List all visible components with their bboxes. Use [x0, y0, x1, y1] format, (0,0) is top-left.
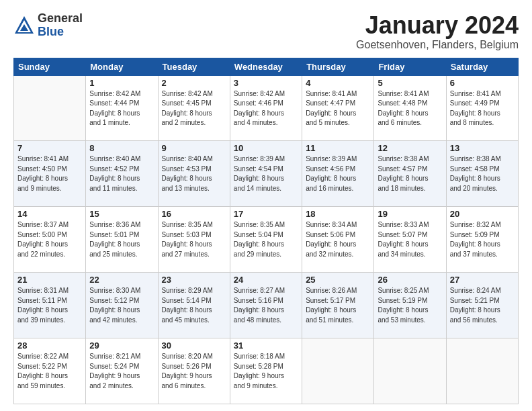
- day-number: 7: [17, 143, 82, 153]
- day-info: Sunrise: 8:25 AM Sunset: 5:19 PM Dayligh…: [378, 286, 442, 325]
- page: General Blue January 2024 Goetsenhoven, …: [0, 0, 532, 411]
- calendar-day-cell: 29Sunrise: 8:21 AM Sunset: 5:24 PM Dayli…: [86, 338, 158, 404]
- calendar-day-cell: 17Sunrise: 8:35 AM Sunset: 5:04 PM Dayli…: [230, 207, 302, 273]
- day-number: 31: [234, 340, 298, 351]
- day-info: Sunrise: 8:29 AM Sunset: 5:14 PM Dayligh…: [162, 286, 226, 325]
- day-info: Sunrise: 8:32 AM Sunset: 5:09 PM Dayligh…: [450, 220, 515, 259]
- calendar-day-cell: 3Sunrise: 8:42 AM Sunset: 4:46 PM Daylig…: [230, 75, 302, 141]
- calendar-day-cell: 27Sunrise: 8:24 AM Sunset: 5:21 PM Dayli…: [446, 273, 518, 338]
- day-number: 20: [450, 209, 515, 219]
- day-info: Sunrise: 8:31 AM Sunset: 5:11 PM Dayligh…: [17, 286, 82, 325]
- title-block: January 2024 Goetsenhoven, Flanders, Bel…: [356, 12, 519, 51]
- calendar-day-cell: 26Sunrise: 8:25 AM Sunset: 5:19 PM Dayli…: [374, 273, 446, 338]
- calendar-week-row: 1Sunrise: 8:42 AM Sunset: 4:44 PM Daylig…: [14, 75, 519, 141]
- calendar-day-cell: 24Sunrise: 8:27 AM Sunset: 5:16 PM Dayli…: [230, 273, 302, 338]
- day-number: 4: [306, 78, 370, 88]
- calendar-header-row: SundayMondayTuesdayWednesdayThursdayFrid…: [14, 58, 519, 75]
- day-number: 1: [89, 78, 154, 88]
- header: General Blue January 2024 Goetsenhoven, …: [13, 12, 519, 51]
- calendar-header-saturday: Saturday: [446, 58, 518, 75]
- calendar-day-cell: 12Sunrise: 8:38 AM Sunset: 4:57 PM Dayli…: [374, 141, 446, 207]
- calendar-day-cell: 15Sunrise: 8:36 AM Sunset: 5:01 PM Dayli…: [86, 207, 158, 273]
- day-info: Sunrise: 8:41 AM Sunset: 4:50 PM Dayligh…: [17, 154, 82, 193]
- day-info: Sunrise: 8:20 AM Sunset: 5:26 PM Dayligh…: [162, 352, 226, 391]
- calendar-header-monday: Monday: [86, 58, 158, 75]
- calendar-day-cell: 31Sunrise: 8:18 AM Sunset: 5:28 PM Dayli…: [230, 338, 302, 404]
- calendar-day-cell: 30Sunrise: 8:20 AM Sunset: 5:26 PM Dayli…: [158, 338, 230, 404]
- calendar-day-cell: 21Sunrise: 8:31 AM Sunset: 5:11 PM Dayli…: [14, 273, 86, 338]
- day-number: 18: [306, 209, 370, 219]
- calendar-day-cell: 7Sunrise: 8:41 AM Sunset: 4:50 PM Daylig…: [14, 141, 86, 207]
- logo-blue-text: Blue: [38, 26, 83, 39]
- day-number: 24: [234, 275, 298, 285]
- day-info: Sunrise: 8:42 AM Sunset: 4:45 PM Dayligh…: [162, 89, 226, 128]
- day-number: 8: [89, 143, 154, 153]
- calendar-day-cell: 14Sunrise: 8:37 AM Sunset: 5:00 PM Dayli…: [14, 207, 86, 273]
- day-number: 23: [162, 275, 226, 285]
- calendar-header-wednesday: Wednesday: [230, 58, 302, 75]
- day-info: Sunrise: 8:21 AM Sunset: 5:24 PM Dayligh…: [89, 352, 154, 391]
- calendar-day-cell: 25Sunrise: 8:26 AM Sunset: 5:17 PM Dayli…: [302, 273, 374, 338]
- day-info: Sunrise: 8:42 AM Sunset: 4:46 PM Dayligh…: [234, 89, 298, 128]
- day-number: 17: [234, 209, 298, 219]
- calendar-day-cell: 5Sunrise: 8:41 AM Sunset: 4:48 PM Daylig…: [374, 75, 446, 141]
- calendar-header-tuesday: Tuesday: [158, 58, 230, 75]
- day-number: 21: [17, 275, 82, 285]
- day-number: 29: [89, 340, 154, 351]
- day-info: Sunrise: 8:35 AM Sunset: 5:04 PM Dayligh…: [234, 220, 298, 259]
- calendar-week-row: 7Sunrise: 8:41 AM Sunset: 4:50 PM Daylig…: [14, 141, 519, 207]
- logo-text: General Blue: [38, 12, 83, 39]
- day-number: 22: [89, 275, 154, 285]
- day-info: Sunrise: 8:27 AM Sunset: 5:16 PM Dayligh…: [234, 286, 298, 325]
- calendar-week-row: 14Sunrise: 8:37 AM Sunset: 5:00 PM Dayli…: [14, 207, 519, 273]
- calendar-week-row: 21Sunrise: 8:31 AM Sunset: 5:11 PM Dayli…: [14, 273, 519, 338]
- calendar-day-cell: 16Sunrise: 8:35 AM Sunset: 5:03 PM Dayli…: [158, 207, 230, 273]
- calendar-day-cell: 23Sunrise: 8:29 AM Sunset: 5:14 PM Dayli…: [158, 273, 230, 338]
- day-info: Sunrise: 8:36 AM Sunset: 5:01 PM Dayligh…: [89, 220, 154, 259]
- day-info: Sunrise: 8:22 AM Sunset: 5:22 PM Dayligh…: [17, 352, 82, 391]
- calendar-day-cell: 28Sunrise: 8:22 AM Sunset: 5:22 PM Dayli…: [14, 338, 86, 404]
- calendar-day-cell: 19Sunrise: 8:33 AM Sunset: 5:07 PM Dayli…: [374, 207, 446, 273]
- day-info: Sunrise: 8:34 AM Sunset: 5:06 PM Dayligh…: [306, 220, 370, 259]
- day-info: Sunrise: 8:40 AM Sunset: 4:52 PM Dayligh…: [89, 154, 154, 193]
- calendar-day-cell: [302, 338, 374, 404]
- logo: General Blue: [13, 12, 83, 39]
- calendar-header-thursday: Thursday: [302, 58, 374, 75]
- day-number: 3: [234, 78, 298, 88]
- day-info: Sunrise: 8:39 AM Sunset: 4:54 PM Dayligh…: [234, 154, 298, 193]
- day-number: 10: [234, 143, 298, 153]
- calendar-header-friday: Friday: [374, 58, 446, 75]
- logo-icon: [13, 15, 35, 36]
- day-info: Sunrise: 8:42 AM Sunset: 4:44 PM Dayligh…: [89, 89, 154, 128]
- day-info: Sunrise: 8:33 AM Sunset: 5:07 PM Dayligh…: [378, 220, 442, 259]
- logo-general-text: General: [38, 12, 83, 26]
- day-info: Sunrise: 8:38 AM Sunset: 4:57 PM Dayligh…: [378, 154, 442, 193]
- calendar-day-cell: 8Sunrise: 8:40 AM Sunset: 4:52 PM Daylig…: [86, 141, 158, 207]
- day-number: 26: [378, 275, 442, 285]
- day-info: Sunrise: 8:37 AM Sunset: 5:00 PM Dayligh…: [17, 220, 82, 259]
- day-info: Sunrise: 8:39 AM Sunset: 4:56 PM Dayligh…: [306, 154, 370, 193]
- day-number: 19: [378, 209, 442, 219]
- day-info: Sunrise: 8:30 AM Sunset: 5:12 PM Dayligh…: [89, 286, 154, 325]
- calendar-day-cell: [446, 338, 518, 404]
- day-number: 14: [17, 209, 82, 219]
- calendar-day-cell: 2Sunrise: 8:42 AM Sunset: 4:45 PM Daylig…: [158, 75, 230, 141]
- day-number: 30: [162, 340, 226, 351]
- day-number: 2: [162, 78, 226, 88]
- day-number: 27: [450, 275, 515, 285]
- calendar-day-cell: 10Sunrise: 8:39 AM Sunset: 4:54 PM Dayli…: [230, 141, 302, 207]
- day-info: Sunrise: 8:24 AM Sunset: 5:21 PM Dayligh…: [450, 286, 515, 325]
- day-info: Sunrise: 8:38 AM Sunset: 4:58 PM Dayligh…: [450, 154, 515, 193]
- calendar-day-cell: [14, 75, 86, 141]
- day-info: Sunrise: 8:41 AM Sunset: 4:47 PM Dayligh…: [306, 89, 370, 128]
- day-info: Sunrise: 8:35 AM Sunset: 5:03 PM Dayligh…: [162, 220, 226, 259]
- day-number: 13: [450, 143, 515, 153]
- day-number: 12: [378, 143, 442, 153]
- calendar-day-cell: 18Sunrise: 8:34 AM Sunset: 5:06 PM Dayli…: [302, 207, 374, 273]
- day-number: 5: [378, 78, 442, 88]
- calendar-day-cell: 1Sunrise: 8:42 AM Sunset: 4:44 PM Daylig…: [86, 75, 158, 141]
- day-number: 28: [17, 340, 82, 351]
- day-number: 6: [450, 78, 515, 88]
- month-title: January 2024: [356, 12, 519, 39]
- day-info: Sunrise: 8:41 AM Sunset: 4:49 PM Dayligh…: [450, 89, 515, 128]
